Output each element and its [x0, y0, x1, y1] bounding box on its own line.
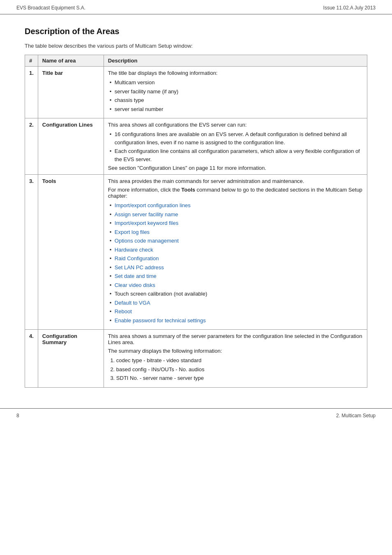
list-item: Reboot [108, 308, 363, 316]
desc-line2: The summary displays the following infor… [108, 348, 363, 354]
col-name: Name of area [38, 55, 104, 67]
extra-text: See section "Configuration Lines" on pag… [108, 165, 363, 171]
list-item: Enable password for technical settings [108, 317, 363, 325]
table-row: 4.Configuration SummaryThis area shows a… [25, 330, 367, 388]
doc-link[interactable]: Enable password for technical settings [115, 317, 206, 324]
doc-link[interactable]: Raid Configuration [115, 255, 159, 261]
row-description: This area provides the main commands for… [104, 175, 367, 330]
list-item: Each configuration line contains all con… [108, 147, 363, 163]
doc-link[interactable]: Set LAN PC address [115, 264, 164, 271]
areas-table: # Name of area Description 1.Title barTh… [25, 55, 367, 388]
row-number: 3. [25, 175, 38, 330]
footer-chapter: 2. Multicam Setup [336, 413, 376, 419]
list-item: Hardware check [108, 246, 363, 254]
row-number: 4. [25, 330, 38, 388]
row-area-name: Tools [38, 175, 104, 330]
doc-link[interactable]: Assign server facility name [115, 211, 178, 217]
row-description: This area shows a summary of the server … [104, 330, 367, 388]
header-right: Issue 11.02.A July 2013 [323, 5, 376, 11]
doc-link[interactable]: Options code management [115, 238, 179, 244]
tools-bold: Tools [181, 187, 195, 193]
row-area-name: Configuration Summary [38, 330, 104, 388]
section-title: Description of the Areas [25, 27, 367, 36]
list-item: server facility name (if any) [108, 88, 363, 96]
row-area-name: Title bar [38, 67, 104, 118]
list-item: Clear video disks [108, 281, 363, 289]
list-item: Options code management [108, 237, 363, 245]
desc-intro: The title bar displays the following inf… [108, 70, 363, 76]
doc-link[interactable]: Hardware check [115, 247, 153, 253]
doc-link[interactable]: Reboot [115, 308, 132, 314]
table-header-row: # Name of area Description [25, 55, 367, 67]
page-footer: 8 2. Multicam Setup [0, 408, 392, 423]
list-item: Multicam version [108, 79, 363, 87]
table-row: 2.Configuration LinesThis area shows all… [25, 118, 367, 175]
row-number: 2. [25, 118, 38, 175]
list-item: Export log files [108, 228, 363, 236]
list-item: based config - INs/OUTs - No. audios [116, 365, 363, 374]
desc-intro: This area shows a summary of the server … [108, 333, 363, 345]
footer-page-number: 8 [16, 413, 19, 419]
desc-line2: For more information, click the Tools co… [108, 187, 363, 199]
intro-text: The table below describes the various pa… [25, 43, 367, 49]
row-description: The title bar displays the following inf… [104, 67, 367, 118]
desc-intro: This area provides the main commands for… [108, 178, 363, 184]
desc-intro: This area shows all configurations the E… [108, 122, 363, 128]
header-left: EVS Broadcast Equipment S.A. [16, 5, 85, 11]
row-number: 1. [25, 67, 38, 118]
page-content: Description of the Areas The table below… [0, 14, 392, 400]
page-header: EVS Broadcast Equipment S.A. Issue 11.02… [0, 0, 392, 14]
bullet-list: 16 configurations lines are available on… [108, 130, 363, 163]
list-item: codec type - bitrate - video standard [116, 356, 363, 365]
doc-link[interactable]: Default to VGA [115, 300, 150, 306]
doc-link[interactable]: Import/export configuration lines [115, 202, 191, 208]
row-description: This area shows all configurations the E… [104, 118, 367, 175]
list-item: Import/export keyword files [108, 219, 363, 227]
list-item: Default to VGA [108, 299, 363, 307]
list-item: Raid Configuration [108, 254, 363, 263]
list-item: Set date and time [108, 272, 363, 280]
list-item: chassis type [108, 96, 363, 104]
bullet-list: Multicam versionserver facility name (if… [108, 79, 363, 113]
col-num: # [25, 55, 38, 67]
list-item: SDTI No. - server name - server type [116, 374, 363, 382]
table-row: 1.Title barThe title bar displays the fo… [25, 67, 367, 118]
list-item: Set LAN PC address [108, 264, 363, 272]
row-area-name: Configuration Lines [38, 118, 104, 175]
list-item: Assign server facility name [108, 210, 363, 219]
list-item: server serial number [108, 105, 363, 113]
list-item: 16 configurations lines are available on… [108, 130, 363, 146]
list-item: Touch screen calibration (not available) [108, 290, 363, 298]
col-desc: Description [104, 55, 367, 67]
doc-link[interactable]: Set date and time [115, 273, 157, 279]
doc-link[interactable]: Export log files [115, 229, 150, 235]
numbered-list: codec type - bitrate - video standardbas… [108, 356, 363, 382]
doc-link[interactable]: Import/export keyword files [115, 220, 178, 226]
linked-bullet-list: Import/export configuration linesAssign … [108, 201, 363, 324]
doc-link[interactable]: Clear video disks [115, 282, 155, 288]
list-item: Import/export configuration lines [108, 201, 363, 210]
table-row: 3.ToolsThis area provides the main comma… [25, 175, 367, 330]
